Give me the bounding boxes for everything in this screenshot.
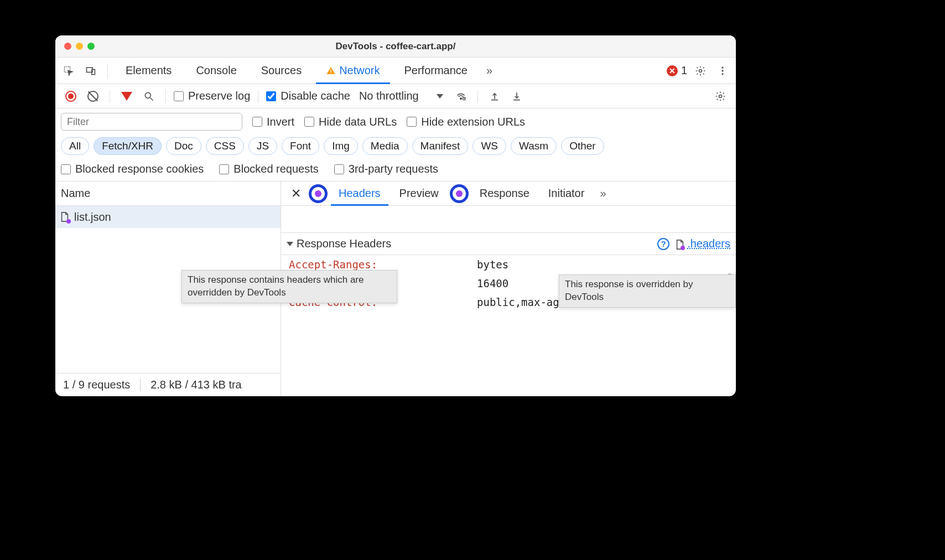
filter-js[interactable]: JS bbox=[248, 137, 277, 155]
separator bbox=[107, 64, 108, 77]
tab-network[interactable]: Network bbox=[316, 58, 390, 84]
tab-sources[interactable]: Sources bbox=[251, 58, 311, 84]
blocked-requests-checkbox[interactable]: Blocked requests bbox=[219, 163, 318, 175]
override-indicator-icon bbox=[681, 246, 685, 250]
close-window-button[interactable] bbox=[64, 43, 71, 50]
header-key: Accept-Ranges: bbox=[289, 258, 477, 271]
tab-console[interactable]: Console bbox=[186, 58, 246, 84]
type-filter-row: All Fetch/XHR Doc CSS JS Font Img Media … bbox=[55, 135, 736, 159]
warning-icon bbox=[326, 66, 336, 76]
filter-doc[interactable]: Doc bbox=[166, 137, 201, 155]
svg-point-5 bbox=[699, 69, 702, 72]
svg-point-13 bbox=[719, 95, 722, 97]
clear-button[interactable] bbox=[84, 87, 102, 105]
settings-icon[interactable] bbox=[692, 62, 709, 80]
response-override-marker bbox=[450, 184, 469, 203]
maximize-window-button[interactable] bbox=[87, 43, 95, 50]
search-icon[interactable] bbox=[140, 87, 158, 105]
third-party-checkbox[interactable]: 3rd-party requests bbox=[334, 163, 438, 175]
file-icon bbox=[60, 211, 70, 222]
throttling-select[interactable]: No throttling bbox=[355, 90, 448, 102]
tooltip-response-override: This response is overridden by DevTools bbox=[559, 274, 736, 308]
filter-font[interactable]: Font bbox=[282, 137, 319, 155]
tooltip-headers-override: This response contains headers which are… bbox=[181, 270, 397, 303]
tab-initiator[interactable]: Initiator bbox=[541, 182, 593, 206]
headers-file-link[interactable]: .headers bbox=[675, 237, 730, 250]
device-toggle-icon[interactable] bbox=[82, 62, 100, 80]
filter-all[interactable]: All bbox=[61, 137, 89, 155]
filter-input[interactable] bbox=[61, 113, 242, 131]
svg-point-8 bbox=[721, 73, 723, 75]
filter-css[interactable]: CSS bbox=[206, 137, 244, 155]
requests-count: 1 / 9 requests bbox=[63, 378, 130, 391]
network-toolbar: Preserve log Disable cache No throttling bbox=[55, 84, 736, 108]
disclosure-triangle-icon bbox=[287, 242, 293, 246]
svg-line-10 bbox=[150, 97, 153, 100]
name-column-header[interactable]: Name bbox=[55, 182, 281, 206]
svg-point-11 bbox=[460, 97, 462, 99]
hide-data-urls-checkbox[interactable]: Hide data URLs bbox=[304, 116, 397, 128]
blocked-cookies-checkbox[interactable]: Blocked response cookies bbox=[61, 163, 204, 175]
kebab-menu-icon[interactable] bbox=[714, 62, 731, 80]
filter-media[interactable]: Media bbox=[362, 137, 408, 155]
traffic-lights bbox=[64, 43, 95, 50]
filter-other[interactable]: Other bbox=[561, 137, 604, 155]
tab-elements[interactable]: Elements bbox=[116, 58, 181, 84]
request-filename: list.json bbox=[74, 211, 111, 224]
record-button[interactable] bbox=[62, 87, 80, 105]
detail-tab-bar: ✕ Headers Preview Response Initiator » bbox=[281, 182, 736, 206]
status-bar: 1 / 9 requests 2.8 kB / 413 kB tra bbox=[55, 373, 281, 396]
devtools-window: DevTools - coffee-cart.app/ Elements Con… bbox=[55, 35, 736, 396]
override-indicator-icon bbox=[66, 219, 71, 224]
filter-img[interactable]: Img bbox=[324, 137, 358, 155]
main-tab-bar: Elements Console Sources Network Perform… bbox=[55, 58, 736, 84]
request-row[interactable]: list.json bbox=[55, 206, 281, 228]
filter-fetchxhr[interactable]: Fetch/XHR bbox=[94, 137, 162, 155]
transfer-size: 2.8 kB / 413 kB tra bbox=[150, 378, 242, 391]
tab-response[interactable]: Response bbox=[472, 182, 537, 206]
header-value: bytes bbox=[477, 258, 728, 271]
file-icon bbox=[675, 239, 684, 249]
svg-rect-3 bbox=[330, 69, 331, 72]
error-icon: ✕ bbox=[667, 65, 678, 76]
tab-performance[interactable]: Performance bbox=[394, 58, 478, 84]
minimize-window-button[interactable] bbox=[76, 43, 83, 50]
disable-cache-checkbox[interactable]: Disable cache bbox=[266, 90, 350, 102]
error-count[interactable]: ✕ 1 bbox=[667, 64, 687, 77]
svg-point-7 bbox=[721, 70, 723, 71]
filter-ws[interactable]: WS bbox=[472, 137, 506, 155]
filter-row: Invert Hide data URLs Hide extension URL… bbox=[55, 108, 736, 135]
more-tabs-icon[interactable]: » bbox=[482, 64, 497, 77]
inspect-icon[interactable] bbox=[60, 62, 77, 80]
window-title: DevTools - coffee-cart.app/ bbox=[336, 41, 456, 52]
filter-wasm[interactable]: Wasm bbox=[511, 137, 557, 155]
help-icon[interactable]: ? bbox=[657, 238, 669, 250]
svg-point-9 bbox=[145, 92, 150, 98]
headers-override-marker bbox=[309, 184, 328, 203]
chevron-down-icon bbox=[437, 94, 443, 98]
svg-point-6 bbox=[721, 66, 723, 68]
hide-extension-urls-checkbox[interactable]: Hide extension URLs bbox=[407, 116, 525, 128]
more-detail-tabs-icon[interactable]: » bbox=[595, 187, 610, 200]
close-detail-button[interactable]: ✕ bbox=[287, 186, 305, 201]
network-conditions-icon[interactable] bbox=[452, 87, 470, 105]
invert-checkbox[interactable]: Invert bbox=[252, 116, 294, 128]
filter-manifest[interactable]: Manifest bbox=[412, 137, 469, 155]
response-headers-section-header[interactable]: Response Headers ? .headers bbox=[281, 232, 736, 255]
preserve-log-checkbox[interactable]: Preserve log bbox=[174, 90, 250, 102]
tab-headers[interactable]: Headers bbox=[331, 182, 388, 206]
download-har-icon[interactable] bbox=[508, 87, 526, 105]
network-settings-icon[interactable] bbox=[712, 87, 729, 105]
tab-preview[interactable]: Preview bbox=[392, 182, 446, 206]
titlebar: DevTools - coffee-cart.app/ bbox=[55, 35, 736, 58]
extra-filter-row: Blocked response cookies Blocked request… bbox=[55, 159, 736, 182]
svg-rect-4 bbox=[330, 72, 331, 74]
filter-toggle-icon[interactable] bbox=[118, 87, 136, 105]
upload-har-icon[interactable] bbox=[486, 87, 503, 105]
